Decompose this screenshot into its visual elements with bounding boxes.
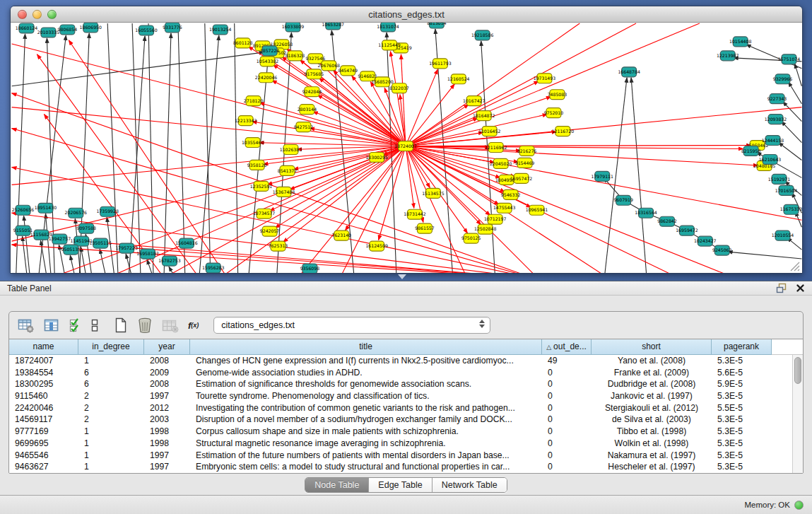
table-row[interactable]: 1456911722003Disruption of a novel membe… — [9, 414, 792, 426]
column-header-short[interactable]: short — [592, 339, 712, 355]
network-node-yellow[interactable]: 7623140 — [332, 230, 352, 240]
cell-year[interactable]: 2012 — [144, 402, 190, 414]
cell-short[interactable]: Hescheler et al. (1997) — [592, 461, 712, 473]
network-node-teal[interactable]: 17016504 — [775, 185, 797, 195]
cell-title[interactable]: Estimation of the future numbers of pati… — [190, 450, 542, 462]
tab-edge-table[interactable]: Edge Table — [369, 478, 432, 492]
network-node-yellow[interactable]: 7625313 — [269, 241, 288, 251]
network-node-yellow[interactable]: 9752010 — [544, 108, 564, 118]
cell-in_degree[interactable]: 6 — [78, 378, 144, 390]
delete-button[interactable] — [137, 317, 153, 334]
cell-short[interactable]: de Silva et al. (2003) — [592, 414, 712, 426]
cell-pagerank[interactable]: 5.5E-5 — [712, 402, 772, 414]
cell-out_de[interactable]: 0 — [542, 426, 592, 438]
splitter-handle[interactable] — [398, 274, 406, 279]
column-header-name[interactable]: name — [9, 339, 78, 355]
cell-out_de[interactable]: 0 — [542, 438, 592, 450]
cell-out_de[interactable]: 0 — [542, 378, 592, 390]
cell-title[interactable]: Changes of HCN gene expression and I(f) … — [190, 355, 542, 367]
cell-in_degree[interactable]: 1 — [78, 438, 144, 450]
network-node-yellow[interactable]: 12160524 — [447, 74, 469, 84]
cell-short[interactable]: Wolkin et al. (1998) — [592, 438, 712, 450]
network-node-yellow[interactable]: 9242057 — [260, 226, 280, 236]
table-row[interactable]: 1872400712008Changes of HCN gene express… — [9, 355, 792, 367]
close-window-button[interactable] — [18, 10, 27, 19]
cell-year[interactable]: 1997 — [144, 390, 190, 402]
network-node-teal[interactable]: 12093832 — [765, 115, 787, 124]
cell-short[interactable]: Tibbo et al. (1998) — [592, 426, 712, 438]
network-node-teal[interactable]: 9505135 — [61, 245, 81, 255]
column-header-out_de[interactable]: △out_de... — [542, 339, 592, 355]
network-node-teal[interactable]: 11675333 — [780, 204, 802, 214]
cell-name[interactable]: 14569117 — [9, 414, 78, 426]
network-node-yellow[interactable]: 18731442 — [404, 209, 425, 219]
cell-pagerank[interactable]: 5.3E-5 — [712, 438, 772, 450]
cell-in_degree[interactable]: 6 — [78, 367, 144, 379]
cell-pagerank[interactable]: 5.3E-5 — [712, 461, 772, 473]
network-node-yellow[interactable]: 22045020 — [490, 158, 512, 168]
network-node-teal[interactable]: 9607919 — [613, 195, 633, 205]
network-node-yellow[interactable]: 9546332 — [501, 189, 521, 199]
column-header-in_degree[interactable]: in_degree — [78, 339, 144, 355]
network-node-teal[interactable]: 10243427 — [694, 236, 716, 246]
table-row[interactable]: 977716911998Corpus callosum shape and si… — [9, 426, 792, 438]
network-node-yellow[interactable]: 11016452 — [478, 127, 500, 136]
tab-network-table[interactable]: Network Table — [433, 478, 507, 492]
table-settings-button[interactable] — [18, 318, 35, 333]
network-node-yellow[interactable]: 8427512 — [294, 122, 314, 132]
close-panel-icon[interactable] — [796, 284, 805, 293]
cell-out_de[interactable]: 0 — [542, 367, 592, 379]
select-rows-button[interactable] — [69, 317, 81, 333]
cell-in_degree[interactable]: 1 — [78, 461, 144, 473]
network-node-yellow[interactable]: 10712197 — [484, 214, 506, 224]
cell-name[interactable]: 9463627 — [9, 461, 78, 473]
network-canvas[interactable]: 1872400718300295860112889129541822605891… — [11, 23, 802, 273]
cell-year[interactable]: 1997 — [144, 461, 190, 473]
network-node-teal[interactable]: 16033809 — [282, 23, 304, 32]
network-node-teal[interactable]: 20103335 — [37, 28, 59, 37]
cell-short[interactable]: Yano et al. (2008) — [592, 355, 712, 367]
network-node-teal[interactable]: 10653287 — [322, 23, 344, 30]
table-row[interactable]: 1830029562008Estimation of significance … — [9, 378, 792, 390]
cell-name[interactable]: 19384554 — [9, 367, 78, 379]
cell-pagerank[interactable]: 5.9E-5 — [712, 378, 772, 390]
network-node-yellow[interactable]: 9750125 — [461, 233, 481, 243]
network-node-teal[interactable]: 9245062 — [712, 245, 732, 255]
network-node-yellow[interactable]: 11026383 — [280, 145, 302, 155]
network-node-yellow[interactable]: 8186328 — [286, 51, 305, 61]
network-node-teal[interactable]: 18660124 — [16, 23, 37, 33]
cell-out_de[interactable]: 0 — [542, 461, 592, 473]
cell-year[interactable]: 1998 — [144, 426, 190, 438]
network-node-yellow[interactable]: 9154469 — [515, 158, 535, 168]
network-node-yellow[interactable]: 8322037 — [389, 83, 409, 93]
cell-short[interactable]: Jankovic et al. (1997) — [592, 390, 712, 402]
cell-year[interactable]: 1998 — [144, 438, 190, 450]
cell-name[interactable]: 9699695 — [9, 438, 78, 450]
network-node-yellow[interactable]: 12502848 — [474, 224, 496, 234]
delete-table-button-disabled[interactable] — [162, 318, 179, 333]
column-header-year[interactable]: year — [144, 339, 190, 355]
network-node-yellow[interactable]: 14755443 — [493, 203, 515, 213]
network-node-yellow[interactable]: 16124509 — [365, 241, 387, 251]
network-node-teal[interactable]: 9097588 — [77, 223, 97, 233]
cell-short[interactable]: Nakamura et al. (1997) — [592, 450, 712, 462]
network-node-teal[interactable]: 19218586 — [471, 30, 493, 40]
cell-pagerank[interactable]: 5.3E-5 — [712, 390, 772, 402]
network-node-yellow[interactable]: 2803144 — [298, 105, 317, 115]
cell-out_de[interactable]: 0 — [542, 450, 592, 462]
cell-title[interactable]: Corpus callosum shape and size in male p… — [190, 426, 542, 438]
resize-grip-icon[interactable] — [788, 260, 801, 271]
cell-pagerank[interactable]: 5.3E-5 — [712, 414, 772, 426]
network-node-teal[interactable]: 9331776 — [163, 23, 182, 33]
cell-name[interactable]: 22420046 — [9, 402, 78, 414]
network-node-yellow[interactable]: 9242844 — [302, 87, 322, 97]
zoom-window-button[interactable] — [47, 10, 57, 19]
cell-out_de[interactable]: 0 — [542, 390, 592, 402]
cell-year[interactable]: 2003 — [144, 414, 190, 426]
network-window-titlebar[interactable]: citations_edges.txt — [11, 6, 802, 23]
cell-name[interactable]: 9465546 — [9, 450, 78, 462]
network-node-teal[interactable]: 9227343 — [767, 94, 787, 104]
table-row[interactable]: 2242004622012Investigating the contribut… — [9, 402, 792, 414]
network-node-yellow[interactable]: 10167427 — [463, 96, 485, 106]
select-column-button[interactable] — [44, 318, 59, 333]
